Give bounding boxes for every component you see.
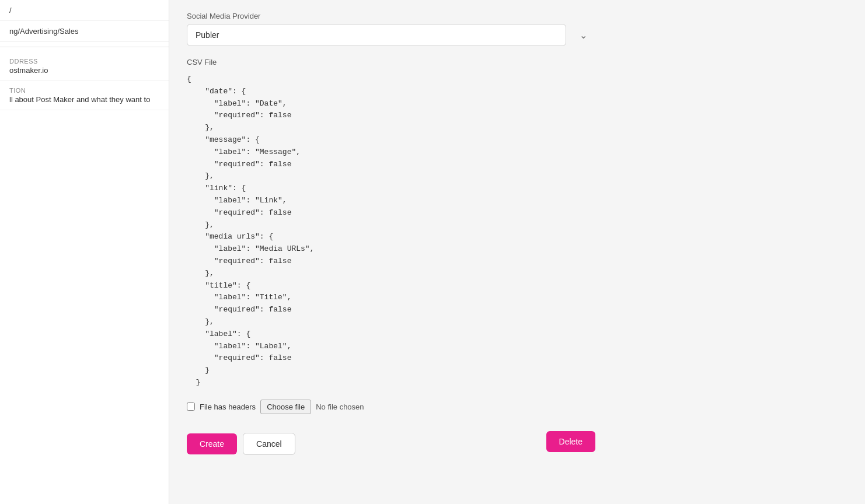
sidebar-description-value: ll about Post Maker and what they want t… [9,95,159,104]
main-content: Social Media Provider Publer ⌄ CSV File … [169,0,865,504]
sidebar-item-1[interactable]: / [0,0,169,21]
sidebar-address-value: ostmaker.io [9,66,159,75]
csv-code-block: { "date": { "label": "Date", "required":… [187,71,595,391]
delete-button[interactable]: Delete [546,431,595,452]
social-media-provider-field: Social Media Provider Publer ⌄ [187,12,595,46]
sidebar-divider [0,47,169,47]
sidebar-description-label: tion [9,87,159,94]
file-has-headers-checkbox[interactable] [187,402,195,411]
social-media-provider-wrapper: Publer ⌄ [187,24,595,46]
sidebar-item-address: ddress ostmaker.io [0,52,169,81]
cancel-button[interactable]: Cancel [243,433,295,455]
csv-file-label: CSV File [187,58,595,66]
left-actions: Create Cancel [187,433,295,455]
sidebar: / ng/Advertising/Sales ddress ostmaker.i… [0,0,169,504]
file-has-headers-label: File has headers [200,402,256,411]
csv-file-field: CSV File { "date": { "label": "Date", "r… [187,58,595,414]
actions-row: Create Cancel Delete [187,428,595,455]
sidebar-item-1-value: / [9,6,12,15]
form-section: Social Media Provider Publer ⌄ CSV File … [187,12,595,455]
sidebar-item-2[interactable]: ng/Advertising/Sales [0,21,169,42]
sidebar-address-label: ddress [9,58,159,65]
social-media-provider-select[interactable]: Publer [187,24,566,46]
choose-file-button[interactable]: Choose file [260,400,311,414]
file-row: File has headers Choose file No file cho… [187,400,595,414]
sidebar-item-description: tion ll about Post Maker and what they w… [0,81,169,110]
chevron-down-icon: ⌄ [580,30,587,41]
no-file-chosen-text: No file chosen [316,402,364,411]
create-button[interactable]: Create [187,433,237,454]
social-media-provider-label: Social Media Provider [187,12,595,20]
sidebar-item-2-value: ng/Advertising/Sales [9,27,79,36]
